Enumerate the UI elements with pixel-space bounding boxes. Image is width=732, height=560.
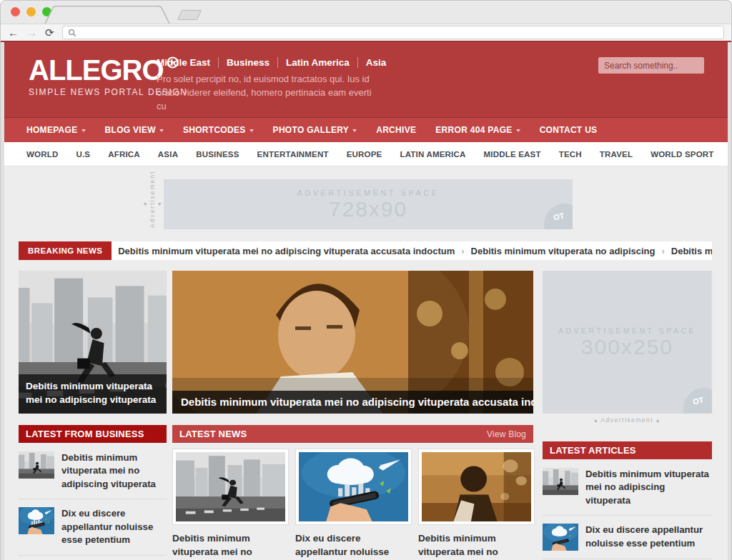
nav-item-homepage[interactable]: HOMEPAGE (26, 125, 86, 135)
view-blog-link[interactable]: View Blog (487, 429, 526, 439)
subnav-item-middle-east[interactable]: MIDDLE EAST (484, 150, 541, 159)
subnav-item-business[interactable]: BUSINESS (196, 150, 239, 159)
list-item[interactable]: Debitis minimum vituperata mei no adipis… (19, 555, 167, 560)
breaking-news-item[interactable]: Debitis minimum vituperata no adipiscing (471, 246, 656, 256)
ad-provider-logo: OT (544, 204, 573, 229)
section-header: LATEST FROM BUSINESS (19, 425, 167, 443)
subnav-item-world-sport[interactable]: WORLD SPORT (651, 150, 713, 159)
browser-tab-bar (1, 1, 731, 24)
subnav-item-travel[interactable]: TRAVEL (600, 150, 633, 159)
site-header: ALLEGRO SIMPLE NEWS PORTAL DESIGN Middle… (4, 42, 728, 117)
nav-item-photo-gallery[interactable]: PHOTO GALLERY (273, 125, 357, 135)
browser-toolbar: ← → ⟳ (1, 24, 731, 41)
header-link-latin-america[interactable]: Latin America (278, 57, 358, 68)
main-featured-article-title[interactable]: Debitis minimum vituperata mei no adipis… (172, 391, 533, 414)
nav-item-blog-view[interactable]: BLOG VIEW (105, 125, 164, 135)
article-title[interactable]: Debitis minimum vituperata mei no adipis… (585, 468, 712, 507)
article-thumbnail-image (543, 524, 578, 551)
chevron-down-icon (81, 129, 86, 132)
forward-icon[interactable]: → (26, 27, 37, 38)
article-title[interactable]: Dix eu discere appellantur noluisse esse… (585, 524, 712, 551)
article-image (418, 449, 535, 525)
header-search-box[interactable] (598, 57, 704, 74)
browser-tab[interactable] (44, 6, 172, 24)
ad-size-label: 728x90 (329, 197, 407, 221)
search-icon (68, 29, 76, 37)
subnav-item-us[interactable]: U.S (76, 150, 90, 159)
chevron-down-icon (352, 129, 357, 132)
news-card[interactable]: Dix eu discere appellantur noluisse esse… (295, 449, 412, 560)
subnav-item-world[interactable]: WORLD (26, 150, 58, 159)
article-image (172, 449, 289, 525)
article-title[interactable]: Debitis minimum vituperata mei no adipis… (172, 532, 289, 560)
browser-window: ← → ⟳ ALLEGRO SIMPLE NEWS PORTAL (0, 0, 732, 560)
main-navigation: HOMEPAGE BLOG VIEW SHORTCODES PHOTO GALL… (4, 117, 728, 142)
breaking-news-item[interactable]: Debitis minimum vituperata mei no adipis… (671, 246, 712, 256)
subnav-item-entertainment[interactable]: ENTERTAINMENT (257, 150, 329, 159)
back-icon[interactable]: ← (8, 27, 19, 38)
article-title[interactable]: Dix eu discere appellantur noluisse esse… (295, 532, 412, 560)
header-description: Pro solet percipit no, id euismod tracta… (157, 73, 378, 114)
close-window-button[interactable] (11, 7, 20, 16)
url-input[interactable] (81, 29, 718, 37)
nav-item-contact-us[interactable]: CONTACT US (540, 125, 598, 135)
article-thumbnail-image (543, 468, 578, 495)
list-item[interactable]: Dix eu discere appellantur noluisse esse… (19, 499, 167, 554)
subnav-item-africa[interactable]: AFRICA (108, 150, 140, 159)
breaking-news-label: BREAKING NEWS (19, 241, 112, 260)
site-logo-text: ALLEGRO (29, 56, 164, 84)
article-title[interactable]: Debitis minimum vituperata mei no adipis… (418, 532, 535, 560)
rectangle-ad[interactable]: ADVERTISEMENT SPACE 300x250 OT (543, 271, 712, 414)
advertisement-below-label: ▴ Advertisement ▴ (543, 416, 712, 424)
chevron-down-icon (249, 129, 254, 132)
article-image (295, 449, 412, 525)
header-link-middle-east[interactable]: Middle East (157, 57, 219, 68)
page-body: ▴ Advertisement ▴ ADVERTISEMENT SPACE 72… (4, 166, 728, 560)
reload-icon[interactable]: ⟳ (45, 27, 54, 38)
ad-space-label: ADVERTISEMENT SPACE (297, 189, 439, 197)
featured-article-title[interactable]: Debitis minimum vituperata mei no adipis… (19, 374, 167, 414)
list-item[interactable]: Debitis minimum vituperata mei no adipis… (543, 460, 712, 515)
chevron-right-icon: › (461, 246, 464, 256)
article-title[interactable]: Debitis minimum vituperata mei no adipis… (61, 451, 167, 491)
section-header: LATEST ARTICLES (543, 441, 712, 459)
list-item[interactable]: Debitis minimum vituperata mei no adipis… (19, 444, 167, 499)
nav-item-shortcodes[interactable]: SHORTCODES (183, 125, 254, 135)
nav-item-archive[interactable]: ARCHIVE (376, 125, 416, 135)
chevron-down-icon (516, 129, 520, 132)
article-thumbnail-image (19, 507, 54, 534)
chevron-down-icon (159, 129, 164, 132)
latest-from-business-section: LATEST FROM BUSINESS Debiti (19, 425, 167, 560)
header-quick-links: Middle East Business Latin America Asia (157, 57, 394, 68)
breaking-news-bar: BREAKING NEWS Debitis minimum vituperata… (19, 241, 712, 260)
article-title[interactable]: Dix eu discere appellantur noluisse esse… (61, 507, 167, 546)
minimize-window-button[interactable] (26, 7, 36, 16)
ad-provider-logo: OT (683, 388, 712, 414)
category-navigation: WORLD U.S AFRICA ASIA BUSINESS ENTERTAIN… (4, 142, 728, 166)
latest-news-section: LATEST NEWS View Blog (172, 425, 533, 560)
nav-item-error-404[interactable]: ERROR 404 PAGE (435, 125, 520, 135)
subnav-item-asia[interactable]: ASIA (158, 150, 178, 159)
news-card[interactable]: Debitis minimum vituperata mei no adipis… (418, 449, 535, 560)
featured-article-card[interactable]: Debitis minimum vituperata mei no adipis… (19, 271, 167, 414)
ad-space-label: ADVERTISEMENT SPACE (558, 326, 696, 335)
subnav-item-tech[interactable]: TECH (559, 150, 582, 159)
list-item[interactable]: Dix eu discere appellantur noluisse esse… (543, 515, 712, 559)
leaderboard-ad[interactable]: ADVERTISEMENT SPACE 728x90 OT (164, 179, 573, 229)
chevron-right-icon: › (661, 246, 664, 256)
header-link-asia[interactable]: Asia (358, 57, 395, 68)
section-header: LATEST NEWS View Blog (172, 425, 533, 443)
news-card[interactable]: Debitis minimum vituperata mei no adipis… (172, 449, 289, 560)
main-featured-article-card[interactable]: Debitis minimum vituperata mei no adipis… (172, 271, 533, 414)
subnav-item-latin-america[interactable]: LATIN AMERICA (400, 150, 465, 159)
article-thumbnail-image (19, 451, 54, 479)
breaking-news-item[interactable]: Debitis minimum vituperata mei no adipis… (118, 246, 455, 256)
header-search-input[interactable] (604, 61, 715, 71)
url-bar[interactable] (62, 26, 724, 39)
latest-articles-section: LATEST ARTICLES Debitis min (543, 441, 712, 560)
header-link-business[interactable]: Business (219, 57, 278, 68)
ad-size-label: 300x250 (581, 335, 673, 359)
advertisement-side-label: ▴ Advertisement ▴ (142, 181, 163, 228)
new-tab-button[interactable] (177, 10, 202, 20)
subnav-item-europe[interactable]: EUROPE (347, 150, 382, 159)
